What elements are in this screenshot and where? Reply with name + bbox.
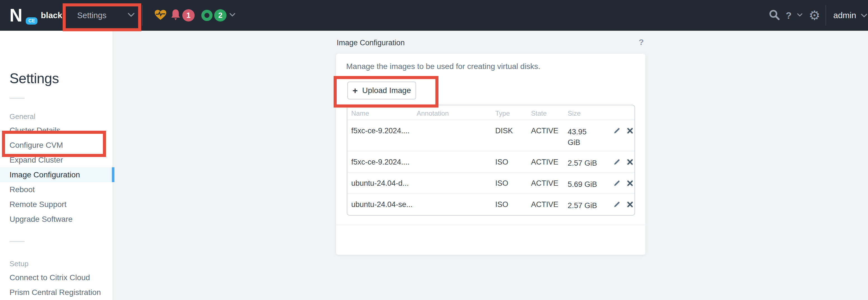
column-header-name: Name: [347, 105, 417, 120]
image-name-cell: f5xc-ce-9.2024....: [347, 120, 417, 152]
ce-edition-badge: CE: [25, 16, 39, 26]
image-name-cell: ubuntu-24.04-d...: [347, 173, 417, 194]
image-type-cell: DISK: [495, 120, 531, 152]
navbar-divider: [142, 5, 143, 26]
settings-sidebar: Settings General Cluster DetailsConfigur…: [0, 31, 113, 300]
chevron-down-icon[interactable]: [797, 13, 803, 18]
image-annotation-cell: [417, 120, 495, 152]
sidebar-section-label: General: [0, 110, 113, 123]
image-actions-cell: [613, 194, 634, 215]
image-name-cell: ubuntu-24.04-se...: [347, 194, 417, 215]
page-title: Image Configuration: [337, 38, 405, 47]
image-size-cell: 2.57 GiB: [568, 194, 613, 215]
image-annotation-cell: [417, 194, 495, 215]
chevron-down-icon: [861, 13, 867, 18]
delete-x-icon[interactable]: [627, 180, 633, 187]
edit-pencil-icon[interactable]: [613, 127, 621, 134]
column-header-state: State: [531, 105, 568, 120]
help-icon[interactable]: ?: [786, 11, 792, 20]
card-description: Manage the images to be used for creatin…: [346, 62, 540, 71]
sidebar-item-prism-central-registration[interactable]: Prism Central Registration: [0, 285, 113, 300]
image-state-cell: ACTIVE: [531, 173, 568, 194]
sidebar-divider: [9, 241, 25, 242]
column-header-type: Type: [495, 105, 531, 120]
image-type-cell: ISO: [495, 194, 531, 215]
sidebar-item-image-configuration[interactable]: Image Configuration: [0, 167, 113, 182]
chevron-down-icon: [127, 12, 135, 18]
chevron-down-icon[interactable]: [229, 13, 236, 18]
sidebar-item-connect-to-citrix-cloud[interactable]: Connect to Citrix Cloud: [0, 270, 113, 285]
plus-icon: +: [352, 86, 358, 95]
column-header-actions: [613, 105, 634, 120]
delete-x-icon[interactable]: [627, 159, 633, 165]
sidebar-item-remote-support[interactable]: Remote Support: [0, 197, 113, 212]
sidebar-sections: General Cluster DetailsConfigure CVMExpa…: [0, 110, 113, 300]
sidebar-divider: [9, 98, 25, 99]
settings-menu-dropdown[interactable]: Settings: [64, 0, 142, 31]
image-size-cell: 2.57 GiB: [568, 152, 613, 173]
alerts-count-badge[interactable]: 1: [182, 9, 195, 22]
top-navbar: N CE black Settings 1 2 ? ⚙: [0, 0, 868, 31]
settings-menu-label: Settings: [77, 11, 106, 20]
health-heart-icon[interactable]: [154, 9, 167, 22]
user-name: admin: [833, 11, 856, 20]
image-name-cell: f5xc-ce-9.2024....: [347, 152, 417, 173]
image-table-row[interactable]: f5xc-ce-9.2024.... ISO ACTIVE 2.57 GiB: [347, 152, 634, 173]
image-configuration-card: Manage the images to be used for creatin…: [336, 54, 645, 255]
image-actions-cell: [613, 120, 634, 152]
gear-icon[interactable]: ⚙: [809, 9, 820, 22]
image-table-row[interactable]: ubuntu-24.04-se... ISO ACTIVE 2.57 GiB: [347, 194, 634, 215]
tasks-count-badge[interactable]: 2: [214, 9, 226, 22]
images-table: Name Annotation Type State Size f5xc-ce-…: [347, 105, 635, 215]
images-table-body: f5xc-ce-9.2024.... DISK ACTIVE 43.95 GiB…: [347, 120, 634, 215]
alerts-bell-icon[interactable]: [170, 9, 181, 22]
sidebar-section: Setup Connect to Citrix CloudPrism Centr…: [0, 257, 113, 300]
page-help-icon[interactable]: ?: [639, 37, 644, 47]
sidebar-section-label: Setup: [0, 257, 113, 270]
image-type-cell: ISO: [495, 152, 531, 173]
image-actions-cell: [613, 173, 634, 194]
delete-x-icon[interactable]: [627, 127, 633, 134]
column-header-annotation: Annotation: [417, 105, 495, 120]
sidebar-section: General Cluster DetailsConfigure CVMExpa…: [0, 110, 113, 227]
sidebar-item-expand-cluster[interactable]: Expand Cluster: [0, 153, 113, 167]
card-footer-divider: [336, 225, 645, 225]
nutanix-logo[interactable]: N CE: [9, 6, 34, 25]
table-header-row: Name Annotation Type State Size: [347, 105, 634, 120]
image-state-cell: ACTIVE: [531, 194, 568, 215]
sidebar-item-cluster-details[interactable]: Cluster Details: [0, 123, 113, 138]
image-table-row[interactable]: f5xc-ce-9.2024.... DISK ACTIVE 43.95 GiB: [347, 120, 634, 152]
image-actions-cell: [613, 152, 634, 173]
image-size-cell: 5.69 GiB: [568, 173, 613, 194]
cluster-name[interactable]: black: [41, 11, 62, 20]
delete-x-icon[interactable]: [627, 201, 633, 208]
sidebar-item-upgrade-software[interactable]: Upgrade Software: [0, 212, 113, 227]
upload-image-label: Upload Image: [362, 86, 411, 95]
image-annotation-cell: [417, 152, 495, 173]
image-state-cell: ACTIVE: [531, 120, 568, 152]
image-table-row[interactable]: ubuntu-24.04-d... ISO ACTIVE 5.69 GiB: [347, 173, 634, 194]
column-header-size: Size: [568, 105, 613, 120]
edit-pencil-icon[interactable]: [613, 179, 621, 187]
search-icon[interactable]: [769, 9, 780, 22]
image-state-cell: ACTIVE: [531, 152, 568, 173]
sidebar-item-reboot[interactable]: Reboot: [0, 182, 113, 197]
sidebar-item-configure-cvm[interactable]: Configure CVM: [0, 138, 113, 153]
image-annotation-cell: [417, 173, 495, 194]
sidebar-items: Cluster DetailsConfigure CVMExpand Clust…: [0, 123, 113, 227]
image-type-cell: ISO: [495, 173, 531, 194]
sidebar-items: Connect to Citrix CloudPrism Central Reg…: [0, 270, 113, 300]
edit-pencil-icon[interactable]: [613, 201, 621, 208]
edit-pencil-icon[interactable]: [613, 158, 621, 166]
upload-image-button[interactable]: + Upload Image: [347, 81, 416, 99]
sidebar-title: Settings: [9, 70, 59, 87]
image-size-cell: 43.95 GiB: [568, 120, 613, 152]
tasks-ring-icon[interactable]: [202, 10, 213, 21]
navbar-divider: [826, 5, 826, 26]
user-menu[interactable]: admin: [833, 11, 867, 20]
